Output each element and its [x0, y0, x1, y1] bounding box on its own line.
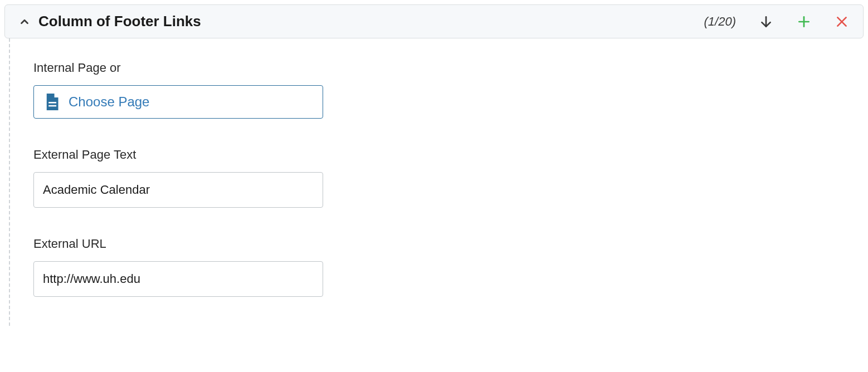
- panel-body: Internal Page or Choose Page External Pa…: [4, 38, 864, 326]
- choose-page-label: Choose Page: [69, 94, 149, 110]
- panel-title: Column of Footer Links: [38, 13, 201, 30]
- external-text-field: External Page Text: [33, 148, 864, 208]
- external-url-field: External URL: [33, 237, 864, 297]
- plus-icon: [797, 14, 811, 29]
- form-area: Internal Page or Choose Page External Pa…: [33, 38, 864, 326]
- add-button[interactable]: [796, 14, 812, 30]
- external-text-label: External Page Text: [33, 148, 864, 162]
- tree-line: [9, 38, 33, 326]
- choose-page-button[interactable]: Choose Page: [33, 85, 323, 119]
- external-url-input[interactable]: [33, 261, 323, 297]
- item-counter: (1/20): [704, 14, 736, 29]
- chevron-up-icon: [18, 16, 31, 28]
- collapse-toggle[interactable]: [18, 16, 31, 28]
- arrow-down-icon: [759, 14, 773, 29]
- page-icon: [44, 94, 60, 110]
- external-url-label: External URL: [33, 237, 864, 251]
- panel-header: Column of Footer Links (1/20): [4, 4, 864, 38]
- panel-header-left: Column of Footer Links: [18, 13, 201, 30]
- panel-header-right: (1/20): [704, 14, 850, 30]
- delete-button[interactable]: [834, 14, 850, 30]
- close-icon: [835, 14, 849, 29]
- external-text-input[interactable]: [33, 172, 323, 208]
- move-down-button[interactable]: [758, 14, 774, 30]
- svg-rect-6: [48, 105, 56, 107]
- internal-page-label: Internal Page or: [33, 61, 864, 75]
- internal-page-field: Internal Page or Choose Page: [33, 61, 864, 119]
- svg-rect-5: [48, 102, 56, 104]
